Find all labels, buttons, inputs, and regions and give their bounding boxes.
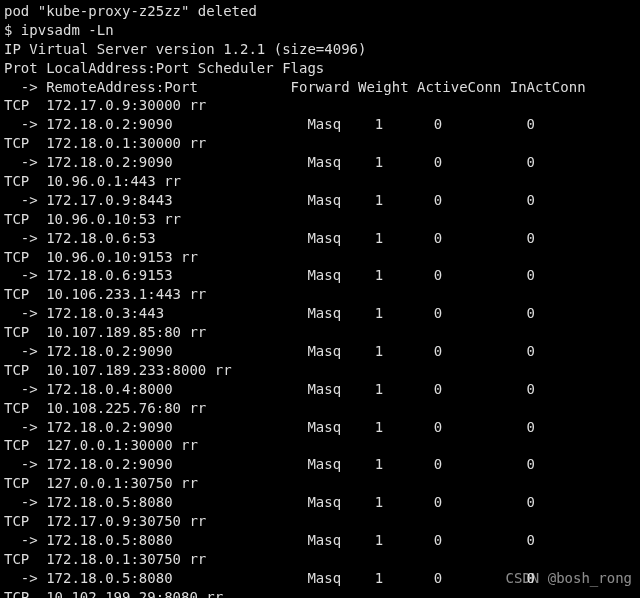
header-2: -> RemoteAddress:Port Forward Weight Act… [4, 79, 586, 95]
deleted-line: pod "kube-proxy-z25zz" deleted [4, 3, 257, 19]
terminal-screenshot: { "line_deleted": "pod \"kube-proxy-z25z… [0, 0, 640, 598]
ipvs-rules: TCP 172.17.0.9:30000 rr -> 172.18.0.2:90… [4, 97, 535, 598]
terminal-output: pod "kube-proxy-z25zz" deleted $ ipvsadm… [0, 0, 640, 598]
watermark: CSDN @bosh_rong [506, 569, 632, 588]
version-line: IP Virtual Server version 1.2.1 (size=40… [4, 41, 366, 57]
prompt-line: $ ipvsadm -Ln [4, 22, 114, 38]
header-1: Prot LocalAddress:Port Scheduler Flags [4, 60, 324, 76]
